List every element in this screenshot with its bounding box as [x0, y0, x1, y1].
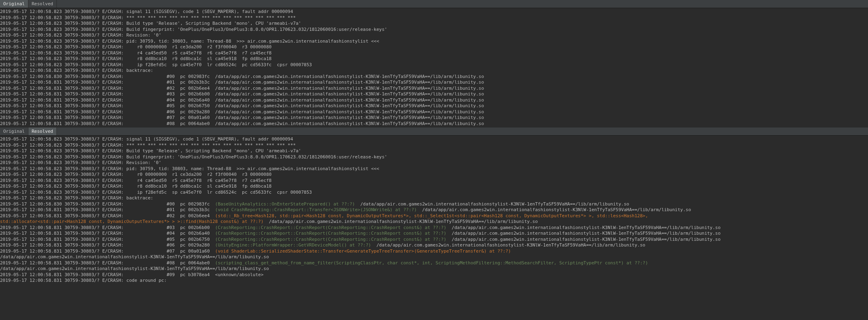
log-line: 2019-05-17 12:00:58.830 30759-30803/? E/… [0, 74, 868, 80]
log-line: 2019-05-17 12:00:58.831 30759-30803/? E/… [0, 225, 868, 231]
log-line: 2019-05-17 12:00:58.831 30759-30803/? E/… [0, 231, 868, 237]
log-line: /data/app/air.com.games2win.internationa… [0, 266, 868, 272]
log-line: 2019-05-17 12:00:58.831 30759-30803/? E/… [0, 249, 868, 255]
log-line: 2019-05-17 12:00:58.831 30759-30803/? E/… [0, 97, 868, 104]
log-line: 2019-05-17 12:00:58.831 30759-30803/? E/… [0, 86, 868, 92]
log-line: 2019-05-17 12:00:58.831 30759-30803/? E/… [0, 260, 868, 266]
log-line: 2019-05-17 12:00:58.823 30759-30803/? E/… [0, 9, 868, 15]
tab-bar-top: Original Resolved [0, 0, 868, 8]
log-line: 2019-05-17 12:00:58.831 30759-30803/? E/… [0, 115, 868, 121]
log-line: 2019-05-17 12:00:58.831 30759-30803/? E/… [0, 213, 868, 219]
log-line: 2019-05-17 12:00:58.831 30759-30803/? E/… [0, 109, 868, 115]
log-pane-bottom: Original Resolved 2019-05-17 12:00:58.82… [0, 128, 868, 285]
log-line: 2019-05-17 12:00:58.831 30759-30803/? E/… [0, 272, 868, 278]
log-line: 2019-05-17 12:00:58.823 30759-30803/? E/… [0, 178, 868, 184]
log-line: 2019-05-17 12:00:58.823 30759-30803/? E/… [0, 143, 868, 149]
log-line: 2019-05-17 12:00:58.823 30759-30803/? E/… [0, 56, 868, 62]
tab-resolved-top[interactable]: Resolved [28, 0, 57, 8]
tab-resolved-bottom[interactable]: Resolved [28, 128, 57, 135]
log-area-bottom[interactable]: 2019-05-17 12:00:58.823 30759-30803/? E/… [0, 136, 868, 285]
log-line: 2019-05-17 12:00:58.823 30759-30803/? E/… [0, 190, 868, 196]
log-line: 2019-05-17 12:00:58.823 30759-30803/? E/… [0, 21, 868, 27]
log-line: 2019-05-17 12:00:58.823 30759-30803/? E/… [0, 195, 868, 201]
log-line: 2019-05-17 12:00:58.823 30759-30803/? E/… [0, 68, 868, 74]
log-line: std::allocator<std::pair<Hash128 const, … [0, 219, 868, 225]
log-line: 2019-05-17 12:00:58.823 30759-30803/? E/… [0, 44, 868, 50]
log-line: 2019-05-17 12:00:58.823 30759-30803/? E/… [0, 184, 868, 190]
log-line: 2019-05-17 12:00:58.823 30759-30803/? E/… [0, 160, 868, 166]
tab-bar-bottom: Original Resolved [0, 128, 868, 136]
log-line: 2019-05-17 12:00:58.823 30759-30803/? E/… [0, 62, 868, 68]
log-line: 2019-05-17 12:00:58.823 30759-30803/? E/… [0, 27, 868, 33]
log-pane-top: Original Resolved 2019-05-17 12:00:58.82… [0, 0, 868, 128]
log-line: 2019-05-17 12:00:58.823 30759-30803/? E/… [0, 32, 868, 39]
log-line: 2019-05-17 12:00:58.823 30759-30803/? E/… [0, 166, 868, 172]
log-line: 2019-05-17 12:00:58.831 30759-30803/? E/… [0, 80, 868, 86]
log-line: 2019-05-17 12:00:58.823 30759-30803/? E/… [0, 39, 868, 45]
log-line: 2019-05-17 12:00:58.823 30759-30803/? E/… [0, 172, 868, 178]
log-line: 2019-05-17 12:00:58.830 30759-30803/? E/… [0, 201, 868, 208]
log-line: 2019-05-17 12:00:58.831 30759-30803/? E/… [0, 278, 868, 284]
log-line: 2019-05-17 12:00:58.823 30759-30803/? E/… [0, 15, 868, 21]
log-line: 2019-05-17 12:00:58.823 30759-30803/? E/… [0, 50, 868, 56]
log-line: 2019-05-17 12:00:58.831 30759-30803/? E/… [0, 103, 868, 109]
tab-original-bottom[interactable]: Original [0, 128, 28, 135]
log-line: 2019-05-17 12:00:58.831 30759-30803/? E/… [0, 121, 868, 127]
log-line: 2019-05-17 12:00:58.823 30759-30803/? E/… [0, 154, 868, 160]
log-line: 2019-05-17 12:00:58.823 30759-30803/? E/… [0, 148, 868, 154]
log-area-top[interactable]: 2019-05-17 12:00:58.823 30759-30803/? E/… [0, 8, 868, 128]
tab-original-top[interactable]: Original [0, 0, 28, 8]
log-line: /data/app/air.com.games2win.internationa… [0, 254, 868, 260]
log-line: 2019-05-17 12:00:58.831 30759-30803/? E/… [0, 91, 868, 97]
log-line: 2019-05-17 12:00:58.831 30759-30803/? E/… [0, 237, 868, 243]
log-line: 2019-05-17 12:00:58.831 30759-30803/? E/… [0, 242, 868, 249]
log-line: 2019-05-17 12:00:58.823 30759-30803/? E/… [0, 136, 868, 143]
log-line: 2019-05-17 12:00:58.831 30759-30803/? E/… [0, 207, 868, 213]
